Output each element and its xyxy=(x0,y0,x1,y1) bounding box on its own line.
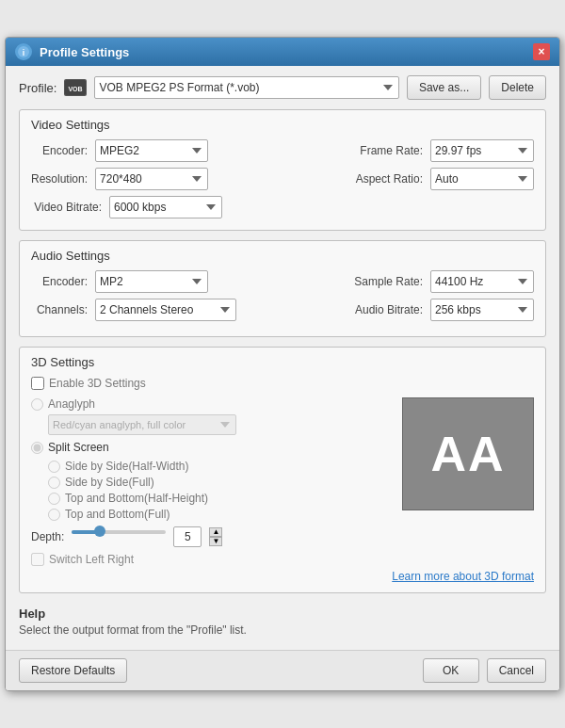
side-by-side-full-label: Side by Side(Full) xyxy=(65,476,154,489)
ok-button[interactable]: OK xyxy=(423,658,479,683)
depth-slider[interactable] xyxy=(72,530,166,534)
enable-3d-label: Enable 3D Settings xyxy=(49,377,146,390)
side-by-side-half-row: Side by Side(Half-Width) xyxy=(48,460,393,473)
depth-label: Depth: xyxy=(31,530,64,543)
top-bottom-half-row: Top and Bottom(Half-Height) xyxy=(48,492,393,505)
help-text: Select the output format from the "Profi… xyxy=(19,623,546,637)
side-by-side-full-row: Side by Side(Full) xyxy=(48,476,393,489)
audio-encoder-label: Encoder: xyxy=(31,275,88,288)
top-bottom-half-radio[interactable] xyxy=(48,493,60,505)
learn-more-link[interactable]: Learn more about 3D format xyxy=(392,570,534,583)
enable-3d-checkbox[interactable] xyxy=(31,377,44,390)
split-screen-label: Split Screen xyxy=(48,441,109,454)
audio-bitrate-label: Audio Bitrate: xyxy=(349,303,423,316)
audio-row-encoder-samplerate: Encoder: MP2 Sample Rate: 44100 Hz xyxy=(31,270,534,293)
profile-label: Profile: xyxy=(19,81,56,95)
anaglyph-radio[interactable] xyxy=(31,398,43,411)
depth-spin-up[interactable]: ▲ xyxy=(209,527,222,537)
video-bitrate-dropdown[interactable]: 6000 kbps xyxy=(109,196,222,218)
top-bottom-full-radio[interactable] xyxy=(48,509,60,521)
resolution-dropdown[interactable]: 720*480 xyxy=(95,168,208,190)
aspect-ratio-label: Aspect Ratio: xyxy=(349,172,423,186)
top-bottom-full-label: Top and Bottom(Full) xyxy=(65,508,170,521)
svg-text:i: i xyxy=(23,48,25,57)
side-by-side-half-radio[interactable] xyxy=(48,461,60,473)
anaglyph-label: Anaglyph xyxy=(48,397,95,411)
side-by-side-half-label: Side by Side(Half-Width) xyxy=(65,460,188,473)
bottom-right-buttons: OK Cancel xyxy=(423,658,546,683)
resolution-label: Resolution: xyxy=(31,172,88,186)
switch-left-right-row: Switch Left Right xyxy=(31,553,393,566)
audio-row-channels-bitrate: Channels: 2 Channels Stereo Audio Bitrat… xyxy=(31,299,534,321)
save-as-button[interactable]: Save as... xyxy=(407,75,481,100)
help-section: Help Select the output format from the "… xyxy=(19,603,546,640)
app-icon: i xyxy=(15,43,32,60)
profile-format-icon: VOB xyxy=(64,79,87,96)
sample-rate-label: Sample Rate: xyxy=(349,275,423,288)
title-bar: i Profile Settings × xyxy=(6,38,559,66)
anaglyph-radio-row: Anaglyph xyxy=(31,397,393,411)
three-d-body: Anaglyph Red/cyan anaglyph, full color S… xyxy=(31,397,534,566)
video-settings-title: Video Settings xyxy=(31,118,534,132)
dialog-content: Profile: VOB VOB MPEG2 PS Format (*.vob)… xyxy=(6,66,559,650)
split-sub-options: Side by Side(Half-Width) Side by Side(Fu… xyxy=(48,460,393,521)
encoder-dropdown[interactable]: MPEG2 xyxy=(95,139,208,162)
frame-rate-label: Frame Rate: xyxy=(349,144,423,157)
three-d-preview: AA xyxy=(402,397,534,510)
aspect-ratio-dropdown[interactable]: Auto xyxy=(430,168,534,190)
profile-row: Profile: VOB VOB MPEG2 PS Format (*.vob)… xyxy=(19,75,546,100)
enable-3d-row: Enable 3D Settings xyxy=(31,377,534,390)
learn-more-row: Learn more about 3D format xyxy=(31,570,534,583)
anaglyph-dropdown[interactable]: Red/cyan anaglyph, full color xyxy=(48,414,236,435)
top-bottom-half-label: Top and Bottom(Half-Height) xyxy=(65,492,208,505)
split-screen-radio[interactable] xyxy=(31,442,43,454)
depth-row: Depth: ▲ ▼ xyxy=(31,526,393,547)
channels-label: Channels: xyxy=(31,303,88,316)
side-by-side-full-radio[interactable] xyxy=(48,477,60,489)
restore-defaults-button[interactable]: Restore Defaults xyxy=(19,658,127,683)
video-row-encoder-framerate: Encoder: MPEG2 Frame Rate: 29.97 fps xyxy=(31,139,534,162)
help-title: Help xyxy=(19,607,546,621)
video-bitrate-label: Video Bitrate: xyxy=(31,201,102,214)
settings-3d-section: 3D Settings Enable 3D Settings Anaglyph xyxy=(19,347,546,593)
audio-settings-title: Audio Settings xyxy=(31,249,534,263)
cancel-button[interactable]: Cancel xyxy=(487,658,546,683)
depth-slider-thumb xyxy=(94,526,105,537)
profile-dropdown[interactable]: VOB MPEG2 PS Format (*.vob) xyxy=(94,76,398,99)
depth-spin-down[interactable]: ▼ xyxy=(209,537,222,546)
dialog-title: Profile Settings xyxy=(40,45,533,59)
switch-left-right-checkbox[interactable] xyxy=(31,553,44,566)
settings-3d-title: 3D Settings xyxy=(31,355,534,369)
bottom-bar: Restore Defaults OK Cancel xyxy=(6,650,559,690)
preview-aa-text: AA xyxy=(430,426,505,482)
close-button[interactable]: × xyxy=(533,43,550,60)
depth-slider-track[interactable] xyxy=(72,530,166,543)
enable-3d-checkbox-group: Enable 3D Settings xyxy=(31,377,146,390)
sample-rate-dropdown[interactable]: 44100 Hz xyxy=(430,270,534,293)
split-screen-radio-row: Split Screen xyxy=(31,441,393,454)
audio-bitrate-dropdown[interactable]: 256 kbps xyxy=(430,299,534,321)
audio-settings-section: Audio Settings Encoder: MP2 Sample Rate:… xyxy=(19,240,546,337)
svg-text:VOB: VOB xyxy=(69,86,83,92)
three-d-options: Anaglyph Red/cyan anaglyph, full color S… xyxy=(31,397,393,566)
video-row-bitrate: Video Bitrate: 6000 kbps xyxy=(31,196,534,218)
video-settings-section: Video Settings Encoder: MPEG2 Frame Rate… xyxy=(19,109,546,231)
audio-encoder-dropdown[interactable]: MP2 xyxy=(95,270,208,293)
channels-dropdown[interactable]: 2 Channels Stereo xyxy=(95,299,236,321)
top-bottom-full-row: Top and Bottom(Full) xyxy=(48,508,393,521)
profile-settings-dialog: i Profile Settings × Profile: VOB VOB MP… xyxy=(5,37,560,691)
encoder-label: Encoder: xyxy=(31,144,88,157)
video-row-resolution-aspect: Resolution: 720*480 Aspect Ratio: Auto xyxy=(31,168,534,190)
switch-left-right-label: Switch Left Right xyxy=(49,553,134,566)
depth-value-input[interactable] xyxy=(173,526,202,547)
frame-rate-dropdown[interactable]: 29.97 fps xyxy=(430,139,534,162)
delete-button[interactable]: Delete xyxy=(489,75,546,100)
anaglyph-select-row: Red/cyan anaglyph, full color xyxy=(48,414,393,435)
depth-spinner: ▲ ▼ xyxy=(209,527,222,546)
